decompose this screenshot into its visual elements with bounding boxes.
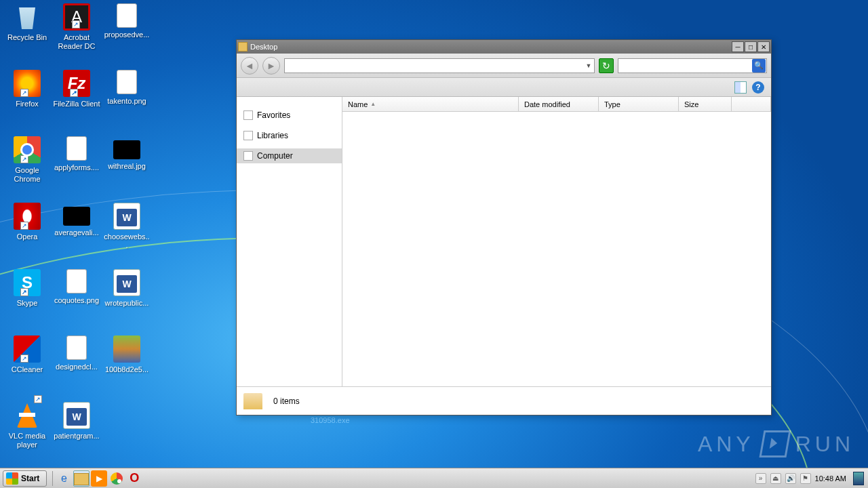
header-label: Date modified — [524, 100, 570, 108]
desktop-icon-opera[interactable]: ↗Opera — [3, 203, 51, 241]
media-player-icon[interactable]: ▶ — [91, 470, 107, 487]
file-icon — [117, 3, 137, 28]
explorer-window: Desktop ─ □ ✕ ◄ ► ▼ ↻ 🔍 ? FavoritesLibra… — [236, 39, 772, 415]
column-header-spacer — [732, 97, 771, 111]
tray-volume-icon[interactable]: 🔊 — [785, 473, 796, 484]
nav-item-computer[interactable]: Computer — [237, 148, 342, 163]
tray-usb-icon[interactable]: ⏏ — [770, 473, 781, 484]
file-list[interactable] — [342, 112, 771, 386]
desktop-icon-wrotepublic[interactable]: wrotepublic... — [103, 269, 151, 308]
opera-icon: ↗ — [14, 203, 41, 230]
desktop-icon-vlcmediaplayer[interactable]: ↗VLC media player — [3, 402, 51, 449]
titlebar[interactable]: Desktop ─ □ ✕ — [237, 40, 771, 54]
quick-launch: e ▶ O — [56, 470, 142, 487]
refresh-button[interactable]: ↻ — [599, 58, 614, 73]
window-title: Desktop — [250, 43, 277, 51]
column-header-date-modified[interactable]: Date modified — [519, 97, 599, 111]
word-icon — [113, 269, 140, 296]
forward-button[interactable]: ► — [262, 57, 280, 75]
desktop-icon-applyforms[interactable]: applyforms.... — [53, 136, 100, 172]
address-dropdown-icon[interactable]: ▼ — [583, 62, 594, 69]
icon-label: 100b8d2e5... — [103, 365, 151, 374]
clock[interactable]: 10:48 AM — [815, 474, 846, 483]
tray-flag-icon[interactable]: ⚑ — [800, 473, 811, 484]
word-icon — [113, 203, 140, 230]
png-icon — [66, 269, 87, 293]
explorer-taskbar-icon[interactable] — [73, 470, 90, 487]
system-tray: » ⏏ 🔊 ⚑ 10:48 AM — [751, 472, 868, 485]
back-button[interactable]: ◄ — [241, 57, 258, 75]
desktop-icon-firefox[interactable]: ↗Firefox — [3, 70, 51, 108]
taskbar: Start e ▶ O » ⏏ 🔊 ⚑ 10:48 AM — [0, 468, 868, 488]
desktop-icon-googlechrome[interactable]: ↗Google Chrome — [3, 136, 51, 184]
desktop-icon-ccleaner[interactable]: ↗CCleaner — [3, 336, 51, 374]
status-text: 0 items — [273, 396, 300, 406]
nav-item-libraries[interactable]: Libraries — [237, 128, 342, 143]
icon-label: designedcl... — [53, 363, 100, 371]
orphan-exe-label[interactable]: 310958.exe — [311, 416, 350, 424]
shortcut-arrow-icon: ↗ — [20, 288, 28, 296]
status-bar: 0 items — [237, 386, 771, 415]
desktop-icon-recyclebin[interactable]: Recycle Bin — [3, 3, 51, 42]
desktop-icon-filezillaclient[interactable]: Fz↗FileZilla Client — [53, 70, 100, 108]
desktop-icon-proposedve[interactable]: proposedve... — [103, 3, 151, 39]
shortcut-arrow-icon: ↗ — [20, 155, 28, 163]
png-icon — [117, 70, 137, 94]
desktop-icon-skype[interactable]: S↗Skype — [3, 269, 51, 308]
minimize-button[interactable]: ─ — [732, 41, 744, 52]
vlc-icon: ↗ — [17, 403, 37, 428]
nav-label: Libraries — [257, 131, 288, 140]
ie-icon[interactable]: e — [56, 470, 72, 487]
close-button[interactable]: ✕ — [757, 41, 770, 52]
search-input[interactable] — [618, 62, 751, 70]
desktop-icon-patientgram[interactable]: patientgram... — [53, 402, 100, 441]
desktop-icon-acrobatreaderdc[interactable]: A↗Acrobat Reader DC — [53, 3, 100, 51]
search-button[interactable]: 🔍 — [752, 59, 766, 73]
column-header-size[interactable]: Size — [679, 97, 732, 111]
shortcut-arrow-icon: ↗ — [20, 354, 28, 363]
adobe-icon: A↗ — [63, 3, 90, 30]
bin-icon — [14, 3, 41, 30]
winrar-icon — [113, 336, 140, 363]
shortcut-arrow-icon: ↗ — [70, 89, 78, 97]
nav-item-favorites[interactable]: Favorites — [237, 108, 342, 123]
icon-label: Recycle Bin — [3, 33, 51, 42]
chrome-taskbar-icon[interactable] — [108, 470, 125, 487]
desktop-icon-designedcl[interactable]: designedcl... — [53, 336, 100, 371]
filezilla-icon: Fz↗ — [63, 70, 90, 97]
desktop-icon-choosewebs[interactable]: choosewebs... — [103, 203, 151, 250]
column-header-type[interactable]: Type — [599, 97, 679, 111]
start-button[interactable]: Start — [3, 470, 47, 487]
windows-logo-icon — [6, 472, 18, 485]
shortcut-arrow-icon: ↗ — [20, 222, 28, 230]
icon-label: FileZilla Client — [53, 100, 100, 108]
address-bar[interactable]: ▼ — [284, 58, 595, 73]
preview-pane-button[interactable] — [734, 81, 747, 94]
nav-label: Favorites — [257, 110, 290, 120]
chrome-icon: ↗ — [14, 136, 41, 163]
show-desktop-button[interactable] — [853, 472, 864, 485]
help-button[interactable]: ? — [752, 81, 764, 94]
shortcut-arrow-icon: ↗ — [34, 395, 42, 403]
opera-taskbar-icon[interactable]: O — [126, 470, 142, 487]
icon-label: choosewebs... — [103, 232, 151, 250]
icon-label: patientgram... — [53, 432, 100, 441]
sort-asc-icon: ▲ — [370, 101, 376, 107]
desktop-icon-averagevali[interactable]: averagevali... — [53, 203, 100, 237]
header-label: Type — [604, 100, 620, 108]
icon-label: Opera — [3, 232, 51, 241]
icon-label: Firefox — [3, 100, 51, 108]
maximize-button[interactable]: □ — [745, 41, 757, 52]
search-box: 🔍 — [618, 58, 767, 73]
file-icon — [66, 336, 87, 360]
icon-label: coquotes.png — [53, 296, 100, 305]
column-header-name[interactable]: Name▲ — [342, 97, 519, 111]
icon-label: withreal.jpg — [103, 162, 151, 171]
desktop-icon-withrealjpg[interactable]: withreal.jpg — [103, 136, 151, 171]
black-icon — [63, 207, 90, 226]
black-icon — [113, 140, 140, 159]
desktop-icon-coquotespng[interactable]: coquotes.png — [53, 269, 100, 305]
tray-expand-icon[interactable]: » — [755, 473, 766, 484]
desktop-icon-100b8d2e5[interactable]: 100b8d2e5... — [103, 336, 151, 374]
desktop-icon-takentopng[interactable]: takento.png — [103, 70, 151, 106]
